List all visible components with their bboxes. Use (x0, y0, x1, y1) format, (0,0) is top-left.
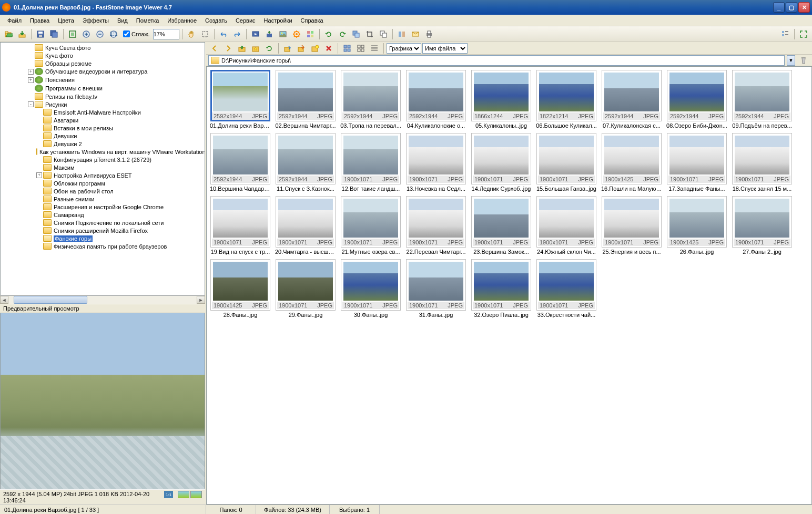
path-input[interactable]: D:\Рисунки\Фанские горы\ (208, 55, 785, 66)
select-tool-icon[interactable] (199, 28, 211, 40)
new-folder-icon[interactable] (309, 42, 321, 55)
thumbnail[interactable]: 1900x1071JPEG25.Энергия и весь п... (601, 196, 662, 255)
tree-item[interactable]: Куча фото (2, 52, 204, 59)
filter-select[interactable]: Графика (387, 43, 421, 54)
zoom-in-icon[interactable] (80, 28, 93, 40)
tree-item[interactable]: -Рисунки (2, 100, 204, 108)
thumbnail[interactable]: 2592x1944JPEG04.Куликалонские о... (405, 70, 466, 129)
tree-item[interactable]: +Пояснения (2, 76, 204, 84)
thumbnail[interactable]: 2592x1944JPEG02.Вершина Чимтарг... (275, 70, 336, 129)
compare-icon[interactable] (395, 28, 408, 40)
tree-item[interactable]: Конфигурация µTorrent 3.1.2 (26729) (2, 156, 204, 163)
thumbnail[interactable]: 1900x1071JPEG14.Ледник Сурхоб..jpg (471, 133, 532, 192)
view-mode-icon[interactable] (779, 28, 791, 40)
zoom-out-icon[interactable] (94, 28, 106, 40)
tree-expander-icon[interactable]: + (36, 172, 42, 178)
tree-item[interactable]: Максим (2, 163, 204, 171)
tree-item[interactable]: Девушки (2, 132, 204, 140)
tree-item[interactable]: +Настройка Антивируса ESET (2, 171, 204, 179)
tree-expander-icon[interactable]: + (28, 69, 34, 75)
thumbnail[interactable]: 1900x1071JPEG22.Перевал Чимтарг... (405, 196, 466, 255)
thumbnail[interactable]: 1900x1071JPEG20.Чимтарга - высша... (275, 196, 336, 255)
download-icon[interactable] (16, 28, 28, 40)
tree-item[interactable]: +Обучающие видеоуроки и литература (2, 67, 204, 76)
smooth-checkbox[interactable]: Сглаж. (123, 30, 150, 37)
menu-избранное[interactable]: Избранное (163, 16, 201, 25)
tree-item[interactable]: Куча Света фото (2, 44, 204, 52)
thumbnail[interactable]: 1900x1071JPEG17.Западные Фаны... (666, 133, 727, 192)
tree-expander-icon[interactable]: + (28, 77, 34, 83)
tree-item[interactable]: Образцы резюме (2, 59, 204, 67)
tree-item[interactable]: Релизы на filebay.tv (2, 92, 204, 100)
crop-icon[interactable] (363, 28, 376, 40)
thumbnail[interactable]: 1900x1071JPEG23.Вершина Замок... (471, 196, 532, 255)
thumbnail[interactable]: 1900x1071JPEG12.Вот такие ландш... (340, 133, 401, 192)
minimize-button[interactable]: _ (773, 2, 785, 13)
refresh-icon[interactable] (263, 42, 276, 55)
copy-to-icon[interactable] (281, 42, 294, 55)
fit-window-icon[interactable] (66, 28, 79, 40)
thumbnail[interactable]: 2592x1944JPEG11.Спуск с З.Казнок... (275, 133, 336, 192)
thumbnail[interactable]: 1866x1244JPEG05.Куликалоны..jpg (471, 70, 532, 129)
tree-item[interactable]: Расширения и настройки Google Chrome (2, 203, 204, 211)
nav-back-icon[interactable] (208, 42, 221, 55)
thumbnail[interactable]: 1900x1071JPEG13.Ночевка на Седл... (405, 133, 466, 192)
view-thumbs-icon[interactable] (354, 42, 367, 55)
settings-icon[interactable] (290, 28, 303, 40)
tree-item[interactable]: Как установить Windows на вирт. машину V… (2, 148, 204, 156)
thumbnail[interactable]: 1822x1214JPEG06.Большое Куликал... (536, 70, 597, 129)
tree-item[interactable]: Физическая память при работе браузеров (2, 242, 204, 250)
thumbnail[interactable]: 1900x1425JPEG16.Пошли на Малую ... (601, 133, 662, 192)
tree-item[interactable]: Снимки Подключение по локальной сети (2, 219, 204, 227)
menu-сервис[interactable]: Сервис (231, 16, 260, 25)
tree-item[interactable]: Emsisoft Anti-Malware Настройки (2, 108, 204, 116)
delete-icon[interactable] (322, 42, 335, 55)
thumbnail[interactable]: 1900x1071JPEG31.Фаны..jpg (405, 259, 466, 318)
redo-icon[interactable] (231, 28, 243, 40)
nav-up-icon[interactable] (236, 42, 248, 55)
menu-вид[interactable]: Вид (113, 16, 132, 25)
maximize-button[interactable]: ▢ (786, 2, 797, 13)
save-icon[interactable] (34, 28, 47, 40)
slideshow-icon[interactable] (249, 28, 262, 40)
tree-item[interactable]: Фанские горы (2, 234, 204, 242)
actual-size-icon[interactable]: 1:1 (107, 28, 120, 40)
undo-icon[interactable] (217, 28, 230, 40)
rotate-right-icon[interactable] (336, 28, 349, 40)
tree-item[interactable]: Самарканд (2, 211, 204, 219)
thumbnail[interactable]: 1900x1071JPEG27.Фаны 2..jpg (732, 196, 793, 255)
rotate-left-icon[interactable] (322, 28, 335, 40)
menu-создать[interactable]: Создать (201, 16, 231, 25)
wallpaper-icon[interactable] (277, 28, 289, 40)
thumbnail[interactable]: 1900x1071JPEG18.Спуск занял 15 м... (732, 133, 793, 192)
thumbnail[interactable]: 1900x1425JPEG26.Фаны..jpg (666, 196, 727, 255)
thumbnail[interactable]: 2592x1944JPEG03.Тропа на перевал... (340, 70, 401, 129)
thumbnail[interactable]: 1900x1071JPEG30.Фаны..jpg (340, 259, 401, 318)
resize-icon[interactable] (350, 28, 362, 40)
move-to-icon[interactable] (295, 42, 308, 55)
folder-tree[interactable]: Куча Света фотоКуча фотоОбразцы резюме+О… (0, 42, 205, 295)
tree-hscrollbar[interactable]: ◄► (0, 295, 205, 304)
tree-expander-icon[interactable]: - (28, 101, 34, 107)
tree-item[interactable]: Обои на рабочий стол (2, 187, 204, 195)
tree-item[interactable]: Разные снимки (2, 195, 204, 203)
email-icon[interactable] (409, 28, 422, 40)
thumbnail-area[interactable]: 2592x1944JPEG01.Долина реки Варз...2592x… (206, 66, 812, 505)
thumbnail[interactable]: 1900x1071JPEG19.Вид на спуск с тр... (210, 196, 271, 255)
thumbnail[interactable]: 2592x1944JPEG10.Вершина Чапдара... (210, 133, 271, 192)
preview-histogram[interactable] (178, 491, 202, 503)
thumbnail[interactable]: 1900x1071JPEG29.Фаны..jpg (275, 259, 336, 318)
zoom-select[interactable] (153, 29, 179, 39)
batch-icon[interactable] (304, 28, 317, 40)
favorites-icon[interactable] (249, 42, 262, 55)
menu-цвета[interactable]: Цвета (54, 16, 78, 25)
preview-panel[interactable] (0, 313, 205, 489)
tree-item[interactable]: Обложки программ (2, 179, 204, 187)
menu-правка[interactable]: Правка (26, 16, 54, 25)
nav-forward-icon[interactable] (222, 42, 235, 55)
menu-файл[interactable]: Файл (3, 16, 26, 25)
menu-справка[interactable]: Справка (297, 16, 328, 25)
print-icon[interactable] (423, 28, 435, 40)
tree-item[interactable]: Аватарки (2, 116, 204, 124)
path-dropdown-button[interactable]: ▼ (787, 55, 795, 66)
